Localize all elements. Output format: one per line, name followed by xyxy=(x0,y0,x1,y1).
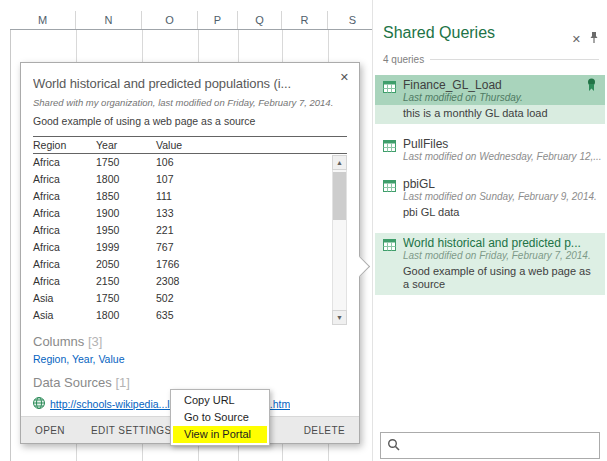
query-modified: Last modified on Thursday. xyxy=(375,92,605,105)
datasources-section-header: Data Sources [1] xyxy=(33,375,347,390)
cell: 1750 xyxy=(96,290,156,307)
preview-table-header: Region Year Value xyxy=(33,137,347,154)
datasources-count: [1] xyxy=(115,375,129,390)
popup-title: World historical and predicted populatio… xyxy=(33,75,331,93)
cell: 2050 xyxy=(96,256,156,273)
cell: Africa xyxy=(33,256,96,273)
table-row: Asia1750502 xyxy=(33,290,347,307)
column-header-s[interactable]: S xyxy=(328,11,378,29)
query-item-head: World historical and predicted p... xyxy=(375,233,605,250)
columns-section-header: Columns [3] xyxy=(33,334,347,349)
query-name: PullFiles xyxy=(403,137,597,151)
table-scrollbar[interactable]: ▲ ▼ xyxy=(332,155,347,325)
divider xyxy=(430,59,599,60)
column-header-p[interactable]: P xyxy=(198,11,238,29)
cell: 1800 xyxy=(96,307,156,324)
preview-table-body: Africa1750106 Africa1800107 Africa185011… xyxy=(33,154,347,324)
cell: 107 xyxy=(156,171,347,188)
cell: 767 xyxy=(156,239,347,256)
query-item-head: pbiGL xyxy=(375,174,605,191)
cell: Africa xyxy=(33,171,96,188)
query-table-icon xyxy=(383,79,396,97)
cell: 1750 xyxy=(96,154,156,171)
open-button[interactable]: OPEN xyxy=(35,425,65,436)
menu-item-view-in-portal[interactable]: View in Portal xyxy=(173,426,267,443)
query-item-head: PullFiles xyxy=(375,134,605,151)
cell: Africa xyxy=(33,154,96,171)
column-links[interactable]: Region, Year, Value xyxy=(33,353,347,365)
table-row: Africa20501766 xyxy=(33,256,347,273)
query-table-icon xyxy=(383,138,396,156)
cell: 1850 xyxy=(96,188,156,205)
column-header-q[interactable]: Q xyxy=(238,11,282,29)
column-header: Year xyxy=(96,137,156,153)
column-header-r[interactable]: R xyxy=(282,11,328,29)
cell: 502 xyxy=(156,290,347,307)
cell: Asia xyxy=(33,290,96,307)
edit-settings-button[interactable]: EDIT SETTINGS... xyxy=(91,425,181,436)
query-count-label: 4 queries xyxy=(383,54,424,65)
column-header-m[interactable]: M xyxy=(10,11,76,29)
close-icon[interactable]: ✕ xyxy=(572,33,581,46)
preview-table: Region Year Value Africa1750106 Africa18… xyxy=(33,136,347,324)
pane-title: Shared Queries xyxy=(383,24,597,42)
scroll-up-icon[interactable]: ▲ xyxy=(332,155,347,170)
columns-count: [3] xyxy=(88,334,102,349)
screen: M N O P Q R S ✕ Shared Queries 4 queries xyxy=(0,0,607,461)
query-description: Good example of using a web page as a so… xyxy=(375,263,605,295)
column-header-o[interactable]: O xyxy=(142,11,198,29)
scroll-down-icon[interactable]: ▼ xyxy=(332,310,347,325)
cell: 1766 xyxy=(156,256,347,273)
cell: Africa xyxy=(33,239,96,256)
query-item-world-historical[interactable]: World historical and predicted p... Last… xyxy=(375,233,605,295)
cell: Africa xyxy=(33,205,96,222)
query-count-row: 4 queries xyxy=(383,54,599,65)
cell: Africa xyxy=(33,222,96,239)
table-row: Africa21502308 xyxy=(33,273,347,290)
query-item-pbigl[interactable]: pbiGL Last modified on Sunday, February … xyxy=(375,174,605,223)
query-description: this is a monthly GL data load xyxy=(375,105,605,124)
pin-icon[interactable] xyxy=(589,30,599,48)
cell: 111 xyxy=(156,188,347,205)
query-modified: Last modified on Wednesday, February 12,… xyxy=(375,151,605,164)
delete-button[interactable]: DELETE xyxy=(304,425,345,436)
scrollbar-thumb[interactable] xyxy=(333,172,346,220)
column-header-n[interactable]: N xyxy=(76,11,142,29)
table-row: Africa1750106 xyxy=(33,154,347,171)
menu-item-go-to-source[interactable]: Go to Source xyxy=(173,409,267,426)
query-list: Finance_GL_Load Last modified on Thursda… xyxy=(373,75,607,295)
table-row: Africa1950221 xyxy=(33,222,347,239)
table-row: Africa1999767 xyxy=(33,239,347,256)
cell: 2150 xyxy=(96,273,156,290)
scrollbar-track[interactable] xyxy=(332,170,347,310)
column-header: Value xyxy=(156,137,347,153)
popup-description: Good example of using a web page as a so… xyxy=(33,115,347,127)
query-name: pbiGL xyxy=(403,177,597,191)
query-modified: Last modified on Sunday, February 9, 201… xyxy=(375,191,605,204)
search-input[interactable] xyxy=(406,440,593,452)
cell: 1950 xyxy=(96,222,156,239)
certified-ribbon-icon xyxy=(587,78,596,96)
shared-queries-pane: ✕ Shared Queries 4 queries Finance_GL_Lo… xyxy=(372,0,607,461)
cell: 2308 xyxy=(156,273,347,290)
close-icon[interactable]: ✕ xyxy=(340,71,349,84)
cell: 1999 xyxy=(96,239,156,256)
query-name: Finance_GL_Load xyxy=(403,78,597,92)
menu-item-copy-url[interactable]: Copy URL xyxy=(173,392,267,409)
column-header: Region xyxy=(33,137,96,153)
pane-controls: ✕ xyxy=(572,30,599,48)
query-item-pullfiles[interactable]: PullFiles Last modified on Wednesday, Fe… xyxy=(375,134,605,164)
table-row: Africa1800107 xyxy=(33,171,347,188)
cell: 1900 xyxy=(96,205,156,222)
globe-icon xyxy=(33,395,45,413)
table-row: Africa1900133 xyxy=(33,205,347,222)
table-row: Africa1850111 xyxy=(33,188,347,205)
columns-label: Columns xyxy=(33,334,84,349)
query-table-icon xyxy=(383,178,396,196)
cell: Africa xyxy=(33,273,96,290)
query-item-finance-gl-load[interactable]: Finance_GL_Load Last modified on Thursda… xyxy=(375,75,605,124)
row-header-gutter xyxy=(10,0,11,461)
cell: Africa xyxy=(33,188,96,205)
query-table-icon xyxy=(383,237,396,255)
column-headers: M N O P Q R S xyxy=(10,11,378,30)
